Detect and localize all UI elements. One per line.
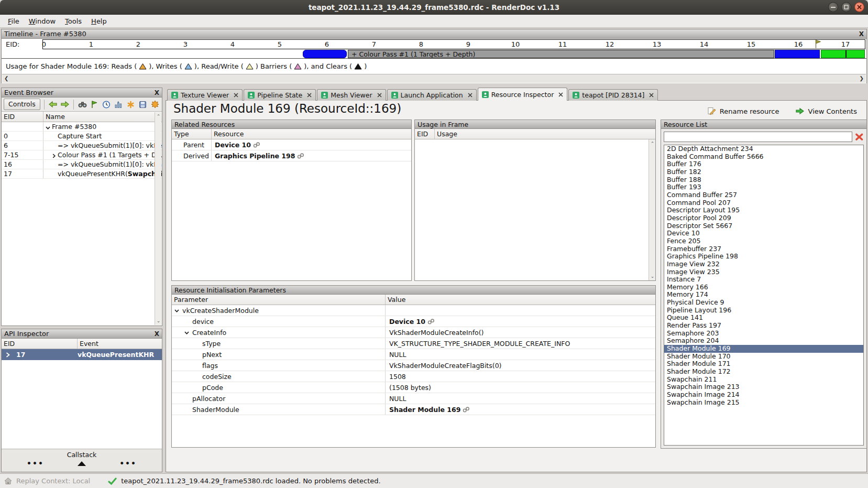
resource-list-item[interactable]: Shader Module 170 bbox=[664, 353, 863, 361]
resource-list-item[interactable]: Swapchain Image 214 bbox=[664, 391, 863, 399]
resource-list-item[interactable]: Swapchain Image 215 bbox=[664, 399, 863, 407]
ai-col-event[interactable]: Event bbox=[78, 339, 162, 349]
link-icon-wrap[interactable] bbox=[427, 319, 435, 324]
params-col-parameter[interactable]: Parameter bbox=[172, 295, 386, 305]
resource-list-item[interactable]: Pipeline Layout 196 bbox=[664, 307, 863, 315]
resource-filter-input[interactable] bbox=[664, 132, 852, 142]
ai-col-eid[interactable]: EID bbox=[2, 339, 78, 349]
resource-list-item[interactable]: Buffer 193 bbox=[664, 183, 863, 191]
expand-right-icon[interactable] bbox=[51, 153, 57, 159]
params-col-value[interactable]: Value bbox=[386, 295, 655, 305]
related-resource-row[interactable]: DerivedGraphics Pipeline 198 bbox=[172, 150, 411, 161]
scroll-left-icon[interactable]: ❮ bbox=[4, 75, 8, 81]
resource-list-item[interactable]: Memory 166 bbox=[664, 284, 863, 291]
resource-list-item[interactable]: Buffer 176 bbox=[664, 160, 863, 168]
usage-col-eid[interactable]: EID bbox=[415, 129, 435, 139]
param-row[interactable]: deviceDevice 10 bbox=[172, 316, 655, 327]
colour-pass-bar[interactable]: + Colour Pass #1 (1 Targets + Depth) bbox=[348, 50, 774, 58]
callstack-dots-right[interactable]: ••• bbox=[119, 459, 137, 468]
resource-list-item[interactable]: Device 10 bbox=[664, 230, 863, 237]
usage-vscrollbar[interactable]: ⌃ ⌄ bbox=[649, 139, 655, 280]
resource-list-item[interactable]: Queue 141 bbox=[664, 314, 863, 322]
clear-filter-icon[interactable] bbox=[855, 133, 864, 141]
eb-col-eid[interactable]: EID bbox=[2, 112, 43, 122]
tab-texture-viewer[interactable]: Texture Viewer bbox=[167, 89, 243, 101]
timeline-ruler[interactable]: EID: 01234567891011121314151617 bbox=[2, 39, 866, 49]
resource-list-item[interactable]: Shader Module 172 bbox=[664, 368, 863, 376]
close-tab-icon[interactable] bbox=[558, 92, 563, 97]
resource-list-item[interactable]: Image View 235 bbox=[664, 268, 863, 276]
param-row[interactable]: ShaderModuleShader Module 169 bbox=[172, 404, 655, 415]
timeline-marker-bar[interactable] bbox=[303, 50, 347, 58]
menu-window[interactable]: Window bbox=[24, 16, 60, 27]
menu-tools[interactable]: Tools bbox=[60, 16, 86, 27]
event-browser-close-icon[interactable]: X bbox=[155, 89, 159, 96]
event-row[interactable]: 0Capture Start bbox=[2, 132, 162, 141]
rename-resource-button[interactable]: Rename resource bbox=[707, 107, 779, 115]
event-browser-vscrollbar[interactable]: ⌃ ⌄ bbox=[155, 112, 161, 325]
stats-icon[interactable] bbox=[114, 100, 123, 110]
find-event-icon[interactable] bbox=[78, 100, 87, 110]
event-row[interactable]: 17vkQueuePresentKHR( Swapchai bbox=[2, 169, 162, 179]
event-row[interactable]: 16=> vkQueueSubmit(1)[0]: vkEnd bbox=[2, 160, 162, 169]
save-icon[interactable] bbox=[138, 100, 148, 110]
callstack-collapse-icon[interactable] bbox=[78, 461, 86, 466]
resource-list-item[interactable]: Descriptor Set 5667 bbox=[664, 222, 863, 230]
param-row[interactable]: pAllocatorNULL bbox=[172, 393, 655, 404]
close-tab-icon[interactable] bbox=[468, 93, 473, 97]
resource-list-item[interactable]: Buffer 188 bbox=[664, 176, 863, 184]
scroll-right-icon[interactable]: ❯ bbox=[860, 75, 864, 81]
link-icon-wrap[interactable] bbox=[463, 407, 470, 413]
related-resource-link[interactable]: Device 10 bbox=[212, 141, 411, 149]
callstack-dots-left[interactable]: ••• bbox=[27, 459, 44, 468]
link-icon[interactable] bbox=[427, 319, 435, 324]
timeline-marker-bar-2[interactable] bbox=[775, 50, 820, 58]
resource-list-item[interactable]: Memory 174 bbox=[664, 291, 863, 299]
resource-list-item[interactable]: Swapchain 211 bbox=[664, 376, 863, 384]
current-event-flag-icon[interactable] bbox=[815, 39, 821, 50]
resource-list-item[interactable]: Semaphore 204 bbox=[664, 337, 863, 345]
expand-down-icon[interactable] bbox=[45, 125, 51, 131]
event-row[interactable]: 7-15Colour Pass #1 (1 Targets + D... bbox=[2, 150, 162, 160]
api-inspector-close-icon[interactable]: X bbox=[155, 330, 159, 338]
scroll-up-icon[interactable]: ⌃ bbox=[156, 114, 161, 119]
view-contents-button[interactable]: View Contents bbox=[795, 107, 857, 115]
resource-list-item[interactable]: 2D Depth Attachment 234 bbox=[664, 145, 863, 153]
scroll-up-icon[interactable]: ⌃ bbox=[650, 141, 655, 146]
scroll-down-icon[interactable]: ⌄ bbox=[156, 318, 161, 323]
param-row[interactable]: sTypeVK_STRUCTURE_TYPE_SHADER_MODULE_CRE… bbox=[172, 338, 655, 349]
expand-down-icon[interactable] bbox=[184, 330, 190, 335]
related-resource-link[interactable]: Graphics Pipeline 198 bbox=[212, 152, 411, 160]
usage-col-usage[interactable]: Usage bbox=[435, 129, 655, 139]
tab-launch-application[interactable]: Launch Application bbox=[387, 89, 477, 101]
timeline-hscrollbar[interactable]: ❮ ❯ bbox=[2, 74, 866, 83]
settings-star-icon[interactable] bbox=[150, 100, 160, 110]
api-inspector-selected-row[interactable]: 17 vkQueuePresentKHR bbox=[2, 349, 162, 360]
link-icon[interactable] bbox=[463, 407, 470, 413]
resource-list-item[interactable]: Baked Command Buffer 5666 bbox=[664, 153, 863, 161]
close-tab-icon[interactable] bbox=[307, 93, 312, 97]
expand-right-icon[interactable] bbox=[51, 153, 57, 159]
tab-teapot-pid-28314-[interactable]: teapot [PID 28314] bbox=[568, 89, 658, 101]
resource-list-item[interactable]: Render Pass 197 bbox=[664, 322, 863, 330]
link-icon[interactable] bbox=[253, 142, 260, 148]
resource-list-item[interactable]: Graphics Pipeline 198 bbox=[664, 253, 863, 261]
eb-col-name[interactable]: Name bbox=[43, 112, 162, 122]
related-col-resource[interactable]: Resource bbox=[212, 129, 411, 139]
related-resource-row[interactable]: ParentDevice 10 bbox=[172, 139, 411, 150]
param-row[interactable]: pNextNULL bbox=[172, 349, 655, 360]
resource-list-item[interactable]: Shader Module 169 bbox=[664, 345, 863, 353]
resource-list-item[interactable]: Framebuffer 237 bbox=[664, 245, 863, 253]
prev-event-icon[interactable] bbox=[48, 100, 58, 110]
home-icon[interactable] bbox=[4, 477, 12, 485]
tab-mesh-viewer[interactable]: Mesh Viewer bbox=[317, 89, 386, 101]
controls-button[interactable]: Controls bbox=[4, 99, 40, 110]
filter-asterisk-icon[interactable] bbox=[126, 100, 136, 110]
param-row[interactable]: flagsVkShaderModuleCreateFlagBits(0) bbox=[172, 360, 655, 371]
menu-help[interactable]: Help bbox=[86, 16, 112, 27]
maximize-icon[interactable] bbox=[841, 2, 851, 12]
expand-down-icon[interactable] bbox=[45, 124, 51, 131]
timeline-current-bar[interactable] bbox=[821, 50, 865, 58]
resource-list-item[interactable]: Buffer 182 bbox=[664, 168, 863, 176]
close-tab-icon[interactable] bbox=[649, 93, 654, 97]
